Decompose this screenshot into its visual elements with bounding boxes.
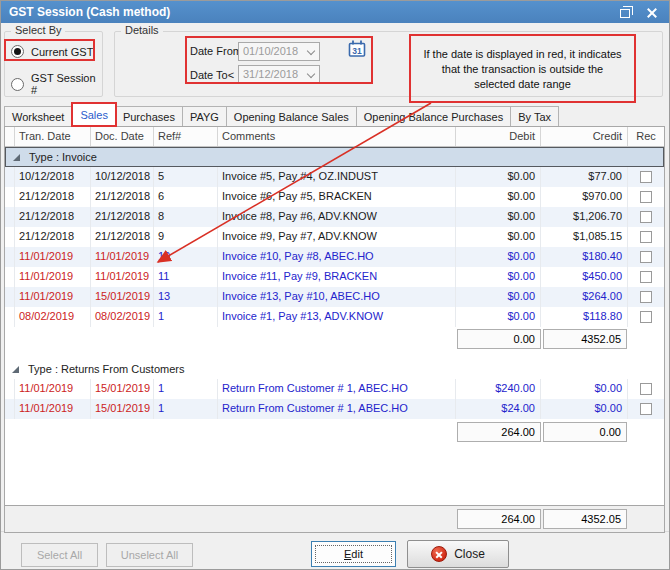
table-row[interactable]: 11/01/2019 15/01/2019 13 Invoice #13, Pa…: [5, 287, 664, 307]
radio-gst-session[interactable]: GST Session #: [11, 72, 102, 96]
tab-by-tax[interactable]: By Tax: [511, 106, 559, 127]
rec-checkbox[interactable]: [640, 251, 652, 263]
cell-ref: 1: [154, 399, 218, 419]
cell-doc-date: 21/12/2018: [91, 207, 154, 227]
close-button[interactable]: Close: [407, 540, 509, 568]
table-row[interactable]: 21/12/2018 21/12/2018 9 Invoice #9, Pay …: [5, 227, 664, 247]
cell-comments: Invoice #13, Pay #10, ABEC.HO: [218, 287, 456, 307]
header-indent: [5, 127, 15, 146]
cell-comments: Invoice #11, Pay #9, BRACKEN: [218, 267, 456, 287]
tab-strip: Worksheet Sales Purchases PAYG Opening B…: [4, 103, 666, 127]
tab-opening-balance-sales[interactable]: Opening Balance Sales: [227, 106, 357, 127]
radio-current-gst[interactable]: Current GST: [11, 45, 93, 58]
cell-rec: [628, 267, 664, 287]
rec-checkbox[interactable]: [640, 383, 652, 395]
radio-current-gst-label: Current GST: [31, 46, 93, 58]
header-ref[interactable]: Ref#: [154, 127, 218, 146]
header-comments[interactable]: Comments: [218, 127, 456, 146]
cell-ref: 10: [154, 247, 218, 267]
cell-doc-date: 11/01/2019: [91, 247, 154, 267]
date-to-combobox[interactable]: 31/12/2018: [238, 65, 320, 84]
tab-opening-balance-purchases[interactable]: Opening Balance Purchases: [357, 106, 511, 127]
grid-empty-area: [5, 445, 664, 505]
header-doc-date[interactable]: Doc. Date: [91, 127, 154, 146]
close-window-icon[interactable]: [646, 7, 657, 18]
cell-ref: 11: [154, 267, 218, 287]
row-indent: [5, 227, 15, 247]
chevron-down-icon: [307, 70, 315, 78]
table-row[interactable]: 11/01/2019 11/01/2019 10 Invoice #10, Pa…: [5, 247, 664, 267]
cell-doc-date: 15/01/2019: [91, 379, 154, 399]
row-indent: [5, 167, 15, 187]
table-row[interactable]: 11/01/2019 15/01/2019 1 Return From Cust…: [5, 399, 664, 419]
tab-worksheet[interactable]: Worksheet: [4, 106, 72, 127]
cell-credit: $970.00: [541, 187, 628, 207]
cell-debit: $240.00: [456, 379, 541, 399]
details-label: Details: [121, 24, 163, 36]
table-row[interactable]: 21/12/2018 21/12/2018 8 Invoice #8, Pay …: [5, 207, 664, 227]
rec-checkbox[interactable]: [640, 191, 652, 203]
cell-tran-date: 11/01/2019: [15, 399, 91, 419]
cell-tran-date: 11/01/2019: [15, 267, 91, 287]
header-credit[interactable]: Credit: [541, 127, 628, 146]
group-gap: [5, 351, 664, 359]
unselect-all-button[interactable]: Unselect All: [106, 543, 193, 567]
cell-ref: 8: [154, 207, 218, 227]
cell-tran-date: 10/12/2018: [15, 167, 91, 187]
header-rec[interactable]: Rec: [628, 127, 664, 146]
cell-credit: $450.00: [541, 267, 628, 287]
cell-tran-date: 11/01/2019: [15, 287, 91, 307]
collapse-triangle-icon: [12, 366, 19, 373]
select-all-button[interactable]: Select All: [21, 543, 98, 567]
close-button-label: Close: [454, 547, 485, 561]
cell-debit: $0.00: [456, 287, 541, 307]
select-by-label: Select By: [11, 24, 65, 36]
table-row[interactable]: 11/01/2019 15/01/2019 1 Return From Cust…: [5, 379, 664, 399]
gst-session-dialog: GST Session (Cash method) Select By Curr…: [0, 0, 670, 570]
tab-payg[interactable]: PAYG: [183, 106, 227, 127]
cell-tran-date: 11/01/2019: [15, 247, 91, 267]
rec-checkbox[interactable]: [640, 211, 652, 223]
returns-subtotal-row: 264.00 0.00: [5, 419, 664, 445]
invoice-subtotal-debit: 0.00: [457, 329, 541, 349]
cell-doc-date: 21/12/2018: [91, 187, 154, 207]
rec-checkbox[interactable]: [640, 403, 652, 415]
group-header-returns[interactable]: Type : Returns From Customers: [5, 359, 664, 379]
tab-sales[interactable]: Sales: [72, 103, 116, 127]
restore-window-icon[interactable]: [620, 9, 630, 18]
rec-checkbox[interactable]: [640, 231, 652, 243]
cell-comments: Invoice #10, Pay #8, ABEC.HO: [218, 247, 456, 267]
header-debit[interactable]: Debit: [456, 127, 541, 146]
cell-credit: $0.00: [541, 379, 628, 399]
annotation-note: If the date is displayed in red, it indi…: [409, 34, 636, 103]
cell-comments: Return From Customer # 1, ABEC.HO: [218, 379, 456, 399]
cell-credit: $0.00: [541, 399, 628, 419]
rec-checkbox[interactable]: [640, 271, 652, 283]
rec-checkbox[interactable]: [640, 311, 652, 323]
group-header-invoice[interactable]: Type : Invoice: [5, 147, 664, 167]
table-row[interactable]: 21/12/2018 21/12/2018 6 Invoice #6, Pay …: [5, 187, 664, 207]
tab-purchases[interactable]: Purchases: [116, 106, 183, 127]
cell-tran-date: 21/12/2018: [15, 207, 91, 227]
header-tran-date[interactable]: Tran. Date: [15, 127, 91, 146]
date-from-combobox[interactable]: 01/10/2018: [238, 42, 320, 61]
calendar-button[interactable]: 31: [348, 40, 366, 62]
table-row[interactable]: 08/02/2019 08/02/2019 1 Invoice #1, Pay …: [5, 307, 664, 327]
group-header-label: Type : Invoice: [29, 151, 97, 163]
edit-button[interactable]: Edit: [311, 541, 396, 567]
cell-comments: Invoice #5, Pay #4, OZ.INDUST: [218, 167, 456, 187]
rec-checkbox[interactable]: [640, 291, 652, 303]
cell-ref: 6: [154, 187, 218, 207]
collapse-triangle-icon: [13, 154, 20, 161]
grid-header-row: Tran. Date Doc. Date Ref# Comments Debit…: [5, 127, 664, 147]
date-from-value: 01/10/2018: [243, 45, 298, 57]
rec-checkbox[interactable]: [640, 171, 652, 183]
cell-credit: $180.40: [541, 247, 628, 267]
table-row[interactable]: 10/12/2018 10/12/2018 5 Invoice #5, Pay …: [5, 167, 664, 187]
row-indent: [5, 379, 15, 399]
cell-doc-date: 10/12/2018: [91, 167, 154, 187]
cell-credit: $118.80: [541, 307, 628, 327]
cell-debit: $0.00: [456, 307, 541, 327]
cell-rec: [628, 187, 664, 207]
table-row[interactable]: 11/01/2019 11/01/2019 11 Invoice #11, Pa…: [5, 267, 664, 287]
